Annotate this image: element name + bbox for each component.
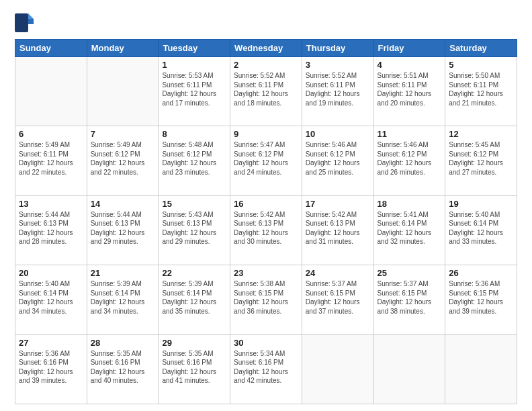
calendar-day-cell: 29Sunrise: 5:35 AM Sunset: 6:16 PM Dayli… — [159, 334, 230, 404]
calendar-day-cell: 23Sunrise: 5:38 AM Sunset: 6:15 PM Dayli… — [230, 265, 302, 334]
logo — [15, 12, 36, 34]
calendar-day-cell: 2Sunrise: 5:52 AM Sunset: 6:11 PM Daylig… — [230, 57, 302, 126]
day-info: Sunrise: 5:34 AM Sunset: 6:16 PM Dayligh… — [234, 349, 298, 385]
day-info: Sunrise: 5:53 AM Sunset: 6:11 PM Dayligh… — [162, 71, 226, 107]
day-info: Sunrise: 5:47 AM Sunset: 6:12 PM Dayligh… — [234, 140, 298, 177]
day-header-row: SundayMondayTuesdayWednesdayThursdayFrid… — [15, 40, 517, 57]
day-info: Sunrise: 5:38 AM Sunset: 6:15 PM Dayligh… — [234, 279, 298, 316]
day-of-week-header: Sunday — [15, 40, 87, 57]
day-info: Sunrise: 5:51 AM Sunset: 6:11 PM Dayligh… — [378, 71, 442, 107]
calendar-day-cell: 8Sunrise: 5:48 AM Sunset: 6:12 PM Daylig… — [159, 126, 230, 195]
svg-rect-0 — [15, 13, 28, 32]
day-number: 11 — [378, 129, 442, 139]
day-of-week-header: Monday — [87, 40, 159, 57]
calendar-week-row: 6Sunrise: 5:49 AM Sunset: 6:11 PM Daylig… — [15, 126, 517, 195]
calendar-day-cell: 21Sunrise: 5:39 AM Sunset: 6:14 PM Dayli… — [87, 265, 159, 334]
calendar-header: SundayMondayTuesdayWednesdayThursdayFrid… — [15, 40, 517, 57]
day-info: Sunrise: 5:44 AM Sunset: 6:13 PM Dayligh… — [91, 210, 155, 246]
day-info: Sunrise: 5:35 AM Sunset: 6:16 PM Dayligh… — [162, 349, 226, 385]
day-of-week-header: Wednesday — [230, 40, 302, 57]
calendar-day-cell: 3Sunrise: 5:52 AM Sunset: 6:11 PM Daylig… — [302, 57, 373, 126]
day-info: Sunrise: 5:46 AM Sunset: 6:12 PM Dayligh… — [306, 140, 370, 177]
calendar-day-cell: 15Sunrise: 5:43 AM Sunset: 6:13 PM Dayli… — [159, 195, 230, 265]
calendar-day-cell — [373, 334, 445, 404]
calendar-body: 1Sunrise: 5:53 AM Sunset: 6:11 PM Daylig… — [15, 57, 517, 404]
calendar-day-cell: 28Sunrise: 5:35 AM Sunset: 6:16 PM Dayli… — [87, 334, 159, 404]
calendar-day-cell: 17Sunrise: 5:42 AM Sunset: 6:13 PM Dayli… — [302, 195, 373, 265]
calendar-day-cell: 4Sunrise: 5:51 AM Sunset: 6:11 PM Daylig… — [373, 57, 445, 126]
day-info: Sunrise: 5:44 AM Sunset: 6:13 PM Dayligh… — [19, 210, 83, 246]
calendar-day-cell: 19Sunrise: 5:40 AM Sunset: 6:14 PM Dayli… — [445, 195, 517, 265]
calendar-day-cell: 25Sunrise: 5:37 AM Sunset: 6:15 PM Dayli… — [373, 265, 445, 334]
calendar-day-cell: 1Sunrise: 5:53 AM Sunset: 6:11 PM Daylig… — [159, 57, 230, 126]
day-info: Sunrise: 5:50 AM Sunset: 6:11 PM Dayligh… — [449, 71, 513, 107]
calendar-day-cell: 27Sunrise: 5:36 AM Sunset: 6:16 PM Dayli… — [15, 334, 87, 404]
calendar-day-cell: 24Sunrise: 5:37 AM Sunset: 6:15 PM Dayli… — [302, 265, 373, 334]
calendar-week-row: 1Sunrise: 5:53 AM Sunset: 6:11 PM Daylig… — [15, 57, 517, 126]
day-number: 14 — [91, 199, 155, 209]
day-number: 20 — [19, 268, 83, 278]
day-number: 7 — [91, 129, 155, 139]
day-number: 29 — [162, 338, 226, 348]
day-info: Sunrise: 5:41 AM Sunset: 6:14 PM Dayligh… — [378, 210, 442, 246]
day-number: 24 — [306, 268, 370, 278]
day-number: 2 — [234, 60, 298, 70]
day-number: 3 — [306, 60, 370, 70]
day-of-week-header: Friday — [373, 40, 445, 57]
day-info: Sunrise: 5:39 AM Sunset: 6:14 PM Dayligh… — [91, 279, 155, 316]
calendar-week-row: 20Sunrise: 5:40 AM Sunset: 6:14 PM Dayli… — [15, 265, 517, 334]
calendar-day-cell: 6Sunrise: 5:49 AM Sunset: 6:11 PM Daylig… — [15, 126, 87, 195]
day-info: Sunrise: 5:37 AM Sunset: 6:15 PM Dayligh… — [378, 279, 442, 316]
day-number: 8 — [162, 129, 226, 139]
header — [15, 12, 517, 34]
calendar-table: SundayMondayTuesdayWednesdayThursdayFrid… — [15, 39, 517, 404]
calendar-day-cell: 7Sunrise: 5:49 AM Sunset: 6:12 PM Daylig… — [87, 126, 159, 195]
calendar-day-cell: 11Sunrise: 5:46 AM Sunset: 6:12 PM Dayli… — [373, 126, 445, 195]
day-number: 30 — [234, 338, 298, 348]
day-info: Sunrise: 5:48 AM Sunset: 6:12 PM Dayligh… — [162, 140, 226, 177]
calendar-week-row: 27Sunrise: 5:36 AM Sunset: 6:16 PM Dayli… — [15, 334, 517, 404]
calendar-day-cell: 5Sunrise: 5:50 AM Sunset: 6:11 PM Daylig… — [445, 57, 517, 126]
calendar-day-cell: 14Sunrise: 5:44 AM Sunset: 6:13 PM Dayli… — [87, 195, 159, 265]
day-info: Sunrise: 5:42 AM Sunset: 6:13 PM Dayligh… — [306, 210, 370, 246]
svg-marker-1 — [28, 13, 34, 19]
day-number: 10 — [306, 129, 370, 139]
day-info: Sunrise: 5:49 AM Sunset: 6:12 PM Dayligh… — [91, 140, 155, 177]
day-number: 4 — [378, 60, 442, 70]
day-info: Sunrise: 5:36 AM Sunset: 6:16 PM Dayligh… — [19, 349, 83, 385]
day-info: Sunrise: 5:52 AM Sunset: 6:11 PM Dayligh… — [234, 71, 298, 107]
day-number: 13 — [19, 199, 83, 209]
calendar-week-row: 13Sunrise: 5:44 AM Sunset: 6:13 PM Dayli… — [15, 195, 517, 265]
calendar-day-cell: 20Sunrise: 5:40 AM Sunset: 6:14 PM Dayli… — [15, 265, 87, 334]
calendar-day-cell: 16Sunrise: 5:42 AM Sunset: 6:13 PM Dayli… — [230, 195, 302, 265]
day-number: 6 — [19, 129, 83, 139]
day-number: 27 — [19, 338, 83, 348]
day-number: 16 — [234, 199, 298, 209]
day-info: Sunrise: 5:37 AM Sunset: 6:15 PM Dayligh… — [306, 279, 370, 316]
calendar-day-cell: 22Sunrise: 5:39 AM Sunset: 6:14 PM Dayli… — [159, 265, 230, 334]
day-info: Sunrise: 5:35 AM Sunset: 6:16 PM Dayligh… — [91, 349, 155, 385]
calendar-day-cell: 12Sunrise: 5:45 AM Sunset: 6:12 PM Dayli… — [445, 126, 517, 195]
day-number: 1 — [162, 60, 226, 70]
calendar-day-cell — [15, 57, 87, 126]
day-info: Sunrise: 5:36 AM Sunset: 6:15 PM Dayligh… — [449, 279, 513, 316]
logo-icon — [15, 12, 34, 34]
page: SundayMondayTuesdayWednesdayThursdayFrid… — [0, 0, 532, 411]
day-number: 26 — [449, 268, 513, 278]
calendar-day-cell: 10Sunrise: 5:46 AM Sunset: 6:12 PM Dayli… — [302, 126, 373, 195]
calendar-day-cell: 18Sunrise: 5:41 AM Sunset: 6:14 PM Dayli… — [373, 195, 445, 265]
day-info: Sunrise: 5:40 AM Sunset: 6:14 PM Dayligh… — [449, 210, 513, 246]
day-info: Sunrise: 5:42 AM Sunset: 6:13 PM Dayligh… — [234, 210, 298, 246]
calendar-day-cell: 13Sunrise: 5:44 AM Sunset: 6:13 PM Dayli… — [15, 195, 87, 265]
day-number: 15 — [162, 199, 226, 209]
day-of-week-header: Saturday — [445, 40, 517, 57]
day-number: 23 — [234, 268, 298, 278]
day-number: 25 — [378, 268, 442, 278]
day-number: 5 — [449, 60, 513, 70]
day-info: Sunrise: 5:49 AM Sunset: 6:11 PM Dayligh… — [19, 140, 83, 177]
calendar-day-cell — [445, 334, 517, 404]
calendar-day-cell — [87, 57, 159, 126]
day-number: 17 — [306, 199, 370, 209]
day-info: Sunrise: 5:39 AM Sunset: 6:14 PM Dayligh… — [162, 279, 226, 316]
svg-marker-2 — [28, 19, 34, 24]
